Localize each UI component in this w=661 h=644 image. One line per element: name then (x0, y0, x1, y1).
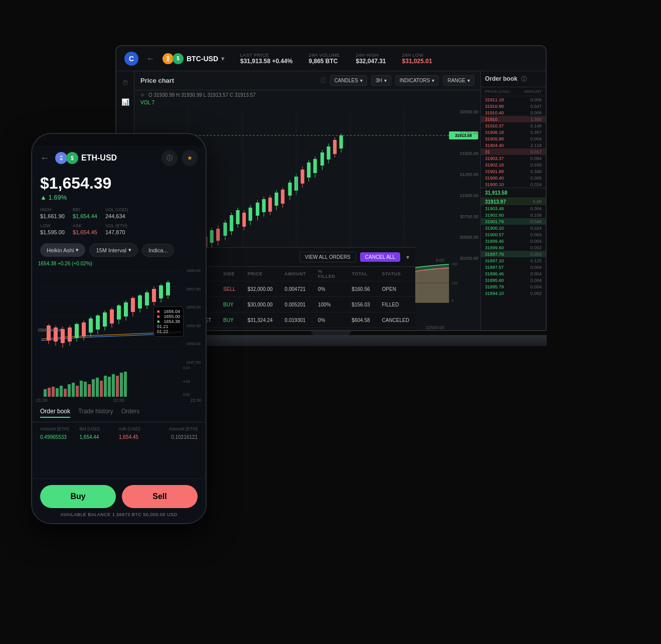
volume-value: 9,865 BTC (308, 58, 340, 65)
tab-trade-history[interactable]: Trade history (78, 408, 113, 418)
sell-button[interactable]: Sell (122, 485, 198, 508)
svg-rect-131 (48, 388, 51, 397)
svg-rect-135 (64, 389, 67, 397)
last-price-stat: LAST PRICE $31,913.58 +0.44% (240, 53, 292, 65)
low-label: 24H LOW (402, 53, 432, 58)
svg-rect-130 (44, 389, 47, 397)
mobile-actions: Buy Sell AVAILABLE BALANCE 1.56673 BTC 5… (32, 478, 206, 523)
svg-rect-51 (281, 190, 284, 204)
range-button[interactable]: RANGE ▾ (443, 75, 474, 86)
cancel-all-button[interactable]: CANCEL ALL (360, 252, 400, 262)
ob-header: Order book ⓘ (481, 71, 546, 87)
mobile-time-labels: 21:30 22:00 22:30 (32, 397, 206, 404)
col-status: STATUS (376, 267, 415, 281)
chart-info-icon[interactable]: ⓘ (320, 77, 326, 84)
info-button[interactable]: ⓘ (161, 150, 178, 166)
back-button[interactable]: ← (146, 54, 154, 63)
svg-rect-148 (116, 376, 119, 397)
chart-mode-button[interactable]: Heikin Ashi ▾ (40, 243, 85, 257)
eth-icon: Ξ (55, 152, 67, 164)
svg-text:8.00: 8.00 (183, 367, 190, 370)
svg-rect-139 (80, 381, 83, 397)
svg-text:100: 100 (452, 281, 458, 285)
ob-col-headers: PRICE (USD) AMOUNT (481, 87, 546, 96)
low-stat: 24H LOW $31,025.01 (402, 53, 432, 65)
svg-text:0.00: 0.00 (183, 393, 190, 396)
svg-text:4.00: 4.00 (183, 380, 190, 383)
svg-rect-69 (340, 135, 343, 148)
svg-rect-53 (288, 183, 291, 196)
svg-rect-43 (256, 203, 259, 216)
interval-button[interactable]: 15M Interval ▾ (89, 243, 138, 257)
ob-sell-row: 31910.370.148 (481, 122, 546, 129)
mobile-vol-usd-stat: VOL (USD) 244,634 (105, 207, 128, 219)
desktop-header: C ← ₿ $ BTC-USD ▾ LAST PRICE $31,913.58 … (116, 46, 546, 71)
cancel-chevron[interactable]: ▾ (406, 254, 409, 261)
pair-display: ₿ $ BTC-USD ▾ (162, 53, 224, 64)
pair-chevron[interactable]: ▾ (221, 55, 224, 62)
svg-rect-126 (166, 282, 170, 295)
col-price: PRICE (242, 267, 279, 281)
ob-sell-row: 31911.180.006 (481, 96, 546, 103)
tab-orders[interactable]: Orders (121, 408, 140, 418)
svg-rect-146 (108, 377, 111, 397)
ob-sell-row: 31902.180.558 (481, 162, 546, 168)
price-labels: 32000.00 31750.00 31500.00 31250.00 3100… (448, 107, 480, 263)
mobile-low-stat: LOW $1,595.00 (40, 223, 65, 235)
mobile-price: $1,654.39 (40, 174, 198, 193)
view-all-orders-button[interactable]: VIEW ALL ORDERS (299, 252, 356, 262)
ob-sell-row: 31910.400.008 (481, 109, 546, 116)
mobile-tabs: Order book Trade history Orders (32, 404, 206, 422)
chart-icon[interactable]: 📊 (120, 96, 131, 107)
svg-rect-142 (92, 379, 95, 397)
svg-rect-113 (124, 302, 128, 316)
ob-buy-row: 31899.460.004 (481, 238, 546, 244)
buy-button[interactable]: Buy (40, 485, 116, 508)
tab-order-book[interactable]: Order book (40, 408, 70, 418)
svg-rect-41 (249, 208, 252, 221)
volume-label: 24H VOLUME (308, 53, 340, 58)
app-logo: C (124, 52, 138, 66)
mobile-back-button[interactable]: ← (40, 153, 49, 164)
ob-buy-row: 31895.600.004 (481, 277, 546, 283)
svg-rect-147 (112, 374, 115, 397)
ob-buy-row: 31913.970.00 (481, 198, 546, 205)
candles-button[interactable]: CANDLES ▾ (330, 75, 367, 86)
indicators-mobile-button[interactable]: Indica... (142, 244, 175, 257)
low-value: $31,025.01 (402, 58, 432, 65)
svg-rect-145 (104, 376, 107, 397)
svg-rect-59 (307, 163, 310, 178)
svg-rect-120 (145, 292, 149, 305)
mobile-container: ← Ξ $ ETH-USD ⓘ ★ $1,654.39 ▲ 1.69% HIGH… (31, 133, 207, 524)
ob-buy-list: 31913.970.0031903.480.00431902.600.10631… (481, 198, 546, 296)
mobile-order-book: Amount (ETH) Bid (USD) Ask (USD) Amount … (32, 422, 206, 445)
col-side: SIDE (217, 267, 241, 281)
ob-buy-row: 31894.100.002 (481, 290, 546, 296)
svg-rect-144 (100, 381, 103, 397)
clock-icon[interactable]: ⏱ (120, 77, 131, 88)
mobile-volume-svg: 8.00 4.00 0.00 (36, 367, 202, 397)
svg-rect-37 (236, 210, 240, 224)
svg-rect-136 (68, 384, 71, 397)
svg-rect-137 (72, 383, 75, 397)
ob-buy-row: 31900.570.004 (481, 231, 546, 238)
ob-sell-row: 31903.370.084 (481, 155, 546, 162)
svg-text:200: 200 (452, 263, 458, 266)
mobile-balance: AVAILABLE BALANCE 1.56673 BTC 50,000.00 … (40, 512, 198, 517)
ob-buy-row: 31896.460.004 (481, 270, 546, 277)
ob-sell-row: 31900.100.024 (481, 181, 546, 188)
star-button[interactable]: ★ (182, 150, 198, 166)
svg-rect-57 (301, 170, 304, 184)
pair-label: BTC-USD (187, 55, 218, 63)
mobile-stats-2: LOW $1,595.00 ASK $1,654.45 VOL (ETH) 14… (32, 223, 206, 239)
mobile-header-icons: ⓘ ★ (161, 150, 198, 166)
mobile-price-labels: 1660.00 1657.50 1655.00 1652.50 1650.00 … (185, 266, 202, 367)
mobile-notch (89, 134, 149, 146)
ob-spread: 31,913.58 (481, 188, 546, 198)
btc-icon: ₿ (162, 53, 174, 64)
svg-rect-122 (152, 289, 156, 302)
svg-rect-141 (88, 384, 91, 397)
mobile-ask-stat: ASK $1,654.45 (73, 223, 97, 235)
indicators-button[interactable]: INDICATORS ▾ (395, 75, 439, 86)
interval-button[interactable]: 3H ▾ (371, 75, 391, 86)
